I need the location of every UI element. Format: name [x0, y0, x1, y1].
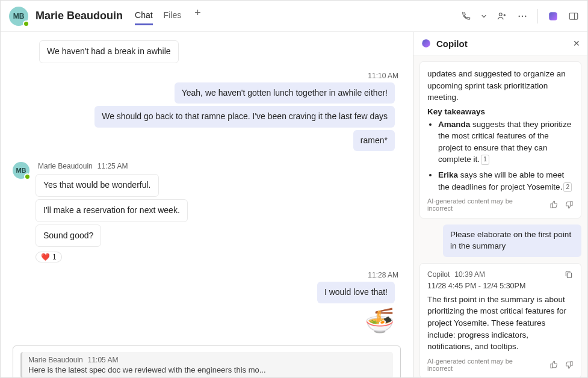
summary-intro: updates and suggested to organize an upc…	[427, 68, 574, 104]
body: We haven't had a break in awhile 11:10 A…	[1, 32, 587, 377]
heart-icon: ❤️	[41, 253, 50, 261]
message-bubble[interactable]: Sound good?	[36, 225, 101, 247]
sender-line: Marie Beaudouin 11:25 AM	[36, 162, 130, 170]
reply-ref-name: Marie Beaudouin	[28, 356, 83, 364]
reply-ref-text: Here is the latest spec doc we reviewed …	[28, 365, 387, 374]
avatar-initials: MB	[13, 12, 25, 20]
more-icon[interactable]	[517, 11, 528, 22]
citation-badge[interactable]: 2	[563, 182, 572, 193]
response-range: 11/28 4:45 PM - 12/4 5:30PM	[427, 282, 574, 290]
message-row: I would love that! 🍜	[13, 282, 401, 332]
copilot-user-prompt[interactable]: Please elaborate on the first point in t…	[443, 225, 581, 257]
message-row: We haven't had a break in awhile	[13, 40, 401, 63]
message-row: Yeah, we haven't gotten lunch together i…	[13, 82, 401, 152]
takeaway-item: Erika says she will be able to meet the …	[438, 169, 574, 193]
copy-icon[interactable]	[564, 270, 574, 279]
chat-tabs: Chat Files +	[135, 7, 203, 25]
message-row: MB Marie Beaudouin 11:25 AM Yes that wou…	[13, 162, 401, 262]
response-from: Copilot	[427, 270, 450, 279]
ramen-emoji-icon[interactable]: 🍜	[365, 308, 395, 332]
message-bubble[interactable]: I'll make a reservation for next week.	[36, 199, 188, 222]
presence-available-icon	[23, 20, 29, 27]
copilot-summary-card: updates and suggested to organize an upc…	[419, 61, 581, 218]
reply-reference[interactable]: Marie Beaudouin 11:05 AM Here is the lat…	[20, 352, 393, 377]
copilot-body[interactable]: updates and suggested to organize an upc…	[413, 55, 587, 377]
tab-files[interactable]: Files	[164, 7, 182, 25]
contact-avatar[interactable]: MB	[9, 7, 28, 26]
key-takeaways-list: Amanda suggests that they prioritize the…	[427, 119, 574, 193]
copilot-response-card: Copilot 10:39 AM 11/28 4:45 PM - 12/4 5:…	[419, 263, 581, 377]
copilot-title: Copilot	[436, 39, 568, 49]
message-bubble[interactable]: ramen*	[353, 130, 395, 152]
svg-rect-5	[569, 13, 578, 19]
thumbs-down-icon[interactable]	[564, 200, 574, 209]
avatar-initials: MB	[16, 167, 26, 174]
panel-toggle-icon[interactable]	[568, 11, 579, 22]
svg-rect-4	[549, 12, 557, 20]
close-icon[interactable]: ✕	[573, 39, 580, 48]
reaction-count: 1	[52, 253, 57, 261]
sender-name: Marie Beaudouin	[38, 162, 93, 170]
thumbs-up-icon[interactable]	[549, 360, 559, 370]
ai-disclaimer: AI-generated content may be incorrect	[427, 358, 540, 372]
separator	[537, 9, 538, 23]
ai-disclaimer: AI-generated content may be incorrect	[427, 197, 540, 212]
svg-point-1	[519, 15, 520, 16]
copilot-header-icon[interactable]	[548, 11, 559, 22]
svg-point-0	[499, 13, 502, 16]
copilot-panel: Copilot ✕ updates and suggested to organ…	[413, 32, 587, 377]
chat-header: MB Marie Beaudouin Chat Files +	[1, 1, 587, 32]
copilot-logo-icon	[421, 38, 432, 49]
chat-scroll[interactable]: We haven't had a break in awhile 11:10 A…	[1, 32, 413, 377]
call-icon[interactable]	[460, 11, 471, 22]
message-bubble[interactable]: We haven't had a break in awhile	[39, 40, 179, 63]
ai-disclaimer-row: AI-generated content may be incorrect	[427, 197, 574, 212]
timestamp: 11:25 AM	[97, 162, 128, 170]
presence-available-icon	[24, 173, 31, 180]
svg-point-6	[422, 39, 430, 48]
timestamp: 11:10 AM	[368, 72, 401, 80]
message-bubble[interactable]: I would love that!	[317, 282, 395, 303]
takeaway-item: Amanda suggests that they prioritize the…	[438, 119, 574, 166]
svg-point-3	[525, 15, 526, 16]
tab-chat[interactable]: Chat	[135, 7, 153, 25]
people-add-icon[interactable]	[497, 11, 507, 22]
thumbs-down-icon[interactable]	[564, 360, 574, 370]
citation-badge[interactable]: 1	[481, 155, 489, 165]
compose-box[interactable]: Marie Beaudouin 11:05 AM Here is the lat…	[13, 345, 401, 377]
thumbs-up-icon[interactable]	[549, 200, 559, 209]
add-tab-button[interactable]: +	[192, 7, 203, 25]
ai-disclaimer-row: AI-generated content may be incorrect	[427, 358, 574, 372]
reaction-chip[interactable]: ❤️ 1	[36, 252, 62, 262]
sender-avatar[interactable]: MB	[13, 162, 29, 179]
copilot-header: Copilot ✕	[413, 32, 587, 55]
app-root: MB Marie Beaudouin Chat Files +	[0, 0, 588, 378]
timestamp: 11:28 AM	[368, 271, 401, 279]
key-takeaways-heading: Key takeaways	[427, 107, 574, 116]
message-bubble[interactable]: Yes that would be wonderful.	[36, 174, 159, 197]
svg-point-2	[522, 15, 523, 16]
response-time: 10:39 AM	[454, 270, 485, 279]
header-actions	[460, 9, 579, 23]
contact-name: Marie Beaudouin	[36, 10, 123, 22]
svg-rect-7	[567, 273, 571, 277]
message-bubble[interactable]: Yeah, we haven't gotten lunch together i…	[175, 82, 395, 104]
response-text: The first point in the summary is about …	[427, 294, 574, 353]
call-chevron-icon[interactable]	[481, 11, 487, 22]
reply-ref-time: 11:05 AM	[88, 356, 119, 364]
message-bubble[interactable]: We should go back to that ramne place. I…	[94, 106, 395, 128]
